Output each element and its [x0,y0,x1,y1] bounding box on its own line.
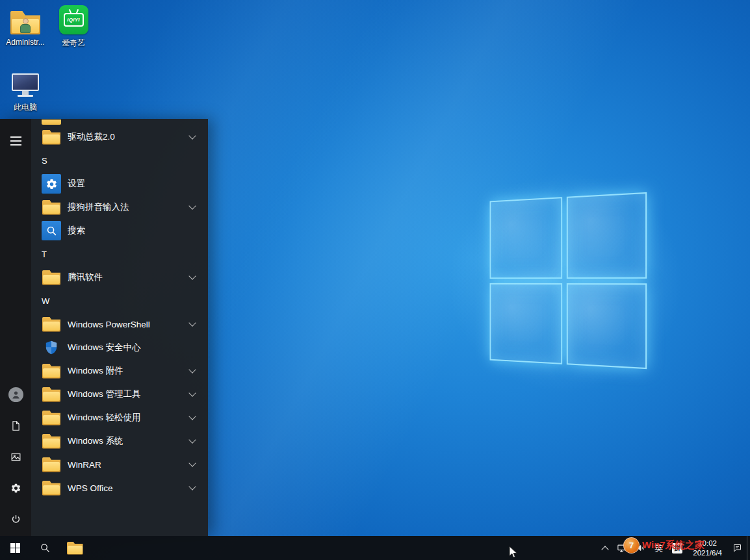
folder-icon [42,361,61,381]
start-rail-bottom [0,379,31,535]
windows-logo-icon [10,543,20,553]
desktop-icon-label: 爱奇艺 [62,38,85,49]
taskbar-clock[interactable]: 10:02 2021/6/4 [687,536,728,560]
power-button[interactable] [0,503,31,535]
section-header-w[interactable]: W [31,289,208,312]
chevron-up-icon [602,546,609,553]
show-desktop-button[interactable] [747,536,750,560]
action-center-button[interactable] [728,536,747,560]
chevron-down-icon[interactable] [187,483,198,493]
chevron-down-icon[interactable] [187,459,198,470]
iqiyi-icon: iQIYI [59,5,88,34]
windows-logo-pane [490,283,562,364]
system-tray: 英 拼 10:02 2021/6/4 [598,536,750,560]
tray-chevron-button[interactable] [598,536,612,560]
start-button[interactable] [0,536,30,560]
search-tile-icon [42,221,61,240]
windows-logo-pane [490,197,562,278]
pictures-button[interactable] [0,441,31,472]
taskbar: 英 拼 10:02 2021/6/4 [0,536,750,560]
chevron-down-icon[interactable] [187,202,198,212]
this-pc-icon [10,69,40,99]
start-app-item-winrar[interactable]: WinRAR [31,453,208,476]
start-app-item-powershell[interactable]: Windows PowerShell [31,312,208,336]
folder-icon [42,478,61,498]
clock-time: 10:02 [698,539,717,548]
start-app-item-partial[interactable] [31,119,208,125]
network-button[interactable] [612,536,631,560]
start-app-item-sogou-pinyin[interactable]: 搜狗拼音输入法 [31,196,208,219]
ime-icon: 拼 [672,543,682,554]
windows-logo-pane [566,192,647,279]
document-icon [10,420,21,431]
desktop: Administr... iQIYI 爱奇艺 此电脑 [0,0,750,560]
start-app-item-search[interactable]: 搜索 [31,219,208,242]
desktop-icon-label: Administr... [6,38,44,47]
start-app-list: 驱动总裁2.0 S 设置 搜狗拼音输入法 搜索 [31,119,208,536]
desktop-icon-iqiyi[interactable]: iQIYI 爱奇艺 [48,5,99,49]
windows-logo-pane [566,283,647,370]
chevron-down-icon[interactable] [187,389,198,400]
user-avatar-icon [8,387,23,402]
chevron-down-icon[interactable] [187,272,198,283]
settings-tile-icon [42,174,61,194]
folder-icon [42,120,61,125]
start-app-item-accessories[interactable]: Windows 附件 [31,359,208,383]
section-header-s[interactable]: S [31,149,208,172]
shield-icon [42,338,61,357]
chevron-down-icon[interactable] [187,366,198,376]
start-app-item-ease-of-access[interactable]: Windows 轻松使用 [31,406,208,429]
start-app-item-admin-tools[interactable]: Windows 管理工具 [31,383,208,406]
start-menu: 驱动总裁2.0 S 设置 搜狗拼音输入法 搜索 [0,119,208,536]
start-app-item-system[interactable]: Windows 系统 [31,429,208,453]
picture-icon [10,452,21,463]
start-app-item-tencent[interactable]: 腾讯软件 [31,266,208,289]
folder-icon [42,197,61,217]
taskbar-search-button[interactable] [30,536,60,560]
gear-icon [10,483,21,494]
desktop-icon-label: 此电脑 [14,102,37,113]
wallpaper-windows-logo [490,192,647,369]
desktop-icon-administrator[interactable]: Administr... [0,5,51,47]
search-icon [40,542,51,554]
folder-icon [42,314,61,334]
documents-button[interactable] [0,410,31,441]
iqiyi-logo-text: iQIYI [67,17,80,23]
start-menu-expand-button[interactable] [0,125,31,157]
clock-date: 2021/6/4 [693,548,722,557]
folder-icon [42,455,61,474]
section-header-t[interactable]: T [31,242,208,266]
start-app-item-driver[interactable]: 驱动总裁2.0 [31,125,208,149]
start-app-item-wps[interactable]: WPS Office [31,476,208,500]
speaker-icon [636,543,645,553]
hamburger-icon [10,136,21,146]
desktop-icon-this-pc[interactable]: 此电脑 [0,69,51,113]
language-indicator[interactable]: 英 [650,536,667,560]
start-app-item-security[interactable]: Windows 安全中心 [31,336,208,359]
folder-icon [42,431,61,451]
action-center-icon [732,543,742,553]
settings-button[interactable] [0,472,31,503]
start-menu-rail [0,119,31,536]
ime-indicator[interactable]: 拼 [667,536,687,560]
folder-icon [42,268,61,287]
power-icon [10,514,21,525]
user-folder-icon [10,5,40,34]
chevron-down-icon[interactable] [187,436,198,446]
user-account-button[interactable] [0,379,31,410]
folder-icon [42,385,61,404]
volume-button[interactable] [631,536,650,560]
network-icon [617,543,627,553]
chevron-down-icon[interactable] [187,319,198,329]
chevron-down-icon[interactable] [187,132,198,142]
file-explorer-button[interactable] [60,536,90,560]
folder-icon [42,408,61,427]
folder-icon [42,127,61,147]
file-explorer-icon [67,542,83,555]
start-app-item-settings[interactable]: 设置 [31,172,208,196]
chevron-down-icon[interactable] [187,413,198,423]
